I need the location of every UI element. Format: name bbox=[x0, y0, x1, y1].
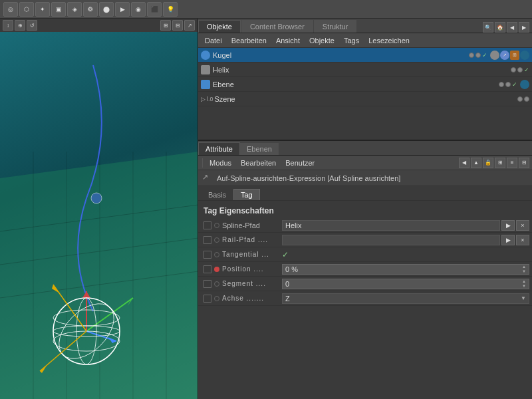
vp-icon-right2[interactable]: ⊟ bbox=[172, 20, 183, 31]
attr-lock-icon[interactable]: 🔒 bbox=[483, 158, 493, 168]
tab-struktur[interactable]: Struktur bbox=[314, 20, 357, 33]
menu-lesezeichen[interactable]: Lesezeichen bbox=[364, 35, 414, 46]
menu-datei[interactable]: Datei bbox=[201, 35, 226, 46]
attr-triangle-icon[interactable]: ▲ bbox=[471, 158, 481, 168]
tag-icon-4[interactable] bbox=[520, 51, 529, 60]
attr-bearbeiten[interactable]: Bearbeiten bbox=[237, 158, 280, 168]
helix-check: ✓ bbox=[524, 66, 529, 73]
menu-bar: Datei Bearbeiten Ansicht Objekte Tags Le… bbox=[198, 33, 532, 48]
menu-bearbeiten[interactable]: Bearbeiten bbox=[227, 35, 271, 46]
expr-header: ↗ Auf-Spline-ausrichten-Expression [Auf … bbox=[198, 170, 532, 186]
toolbar-icon-3[interactable]: ✦ bbox=[35, 2, 50, 17]
attr-snap-icon[interactable]: ⊞ bbox=[495, 158, 505, 168]
spline-pfad-btn1[interactable]: ▶ bbox=[501, 220, 515, 231]
kugel-dot2 bbox=[475, 53, 481, 58]
prop-row-rail-pfad: Rail-Pfad .... ▶ × bbox=[198, 233, 532, 247]
achse-dot bbox=[214, 296, 219, 301]
rail-pfad-label: Rail-Pfad .... bbox=[222, 236, 282, 243]
menu-objekte[interactable]: Objekte bbox=[305, 35, 338, 46]
prop-row-tangential: Tangential ... ✓ bbox=[198, 247, 532, 262]
rail-pfad-btn2[interactable]: × bbox=[516, 235, 529, 245]
menu-tags[interactable]: Tags bbox=[340, 35, 363, 46]
helix-icon bbox=[201, 65, 210, 74]
toolbar-icon-10[interactable]: ⬛ bbox=[147, 2, 162, 17]
tab-basis[interactable]: Basis bbox=[201, 189, 233, 200]
prop-row-position: Position .... 0 % ▲ ▼ bbox=[198, 262, 532, 277]
viewport-toolbar: ↕ ⊕ ↺ ⊞ ⊟ ↗ bbox=[0, 19, 198, 32]
rail-pfad-dot bbox=[214, 237, 219, 243]
spline-pfad-btn2[interactable]: × bbox=[516, 220, 529, 231]
spline-pfad-checkbox[interactable] bbox=[203, 221, 211, 229]
obj-row-ebene[interactable]: Ebene ✓ bbox=[198, 77, 532, 92]
position-dot bbox=[214, 267, 219, 272]
tag-icon-3[interactable]: ⊞ bbox=[510, 51, 519, 60]
ebene-icon bbox=[201, 80, 210, 89]
position-checkbox[interactable] bbox=[203, 265, 211, 273]
tab-content-browser[interactable]: Content Browser bbox=[241, 20, 313, 33]
home-icon[interactable]: 🏠 bbox=[495, 22, 505, 33]
kugel-name: Kugel bbox=[213, 51, 469, 59]
kugel-controls: ✓ bbox=[469, 52, 487, 59]
segment-dot bbox=[214, 281, 219, 287]
attr-benutzer[interactable]: Benutzer bbox=[281, 158, 319, 168]
tag-icon-2[interactable]: ↗ bbox=[500, 51, 509, 60]
section-title: Tag Eigenschaften bbox=[198, 205, 532, 218]
search-icon[interactable]: 🔍 bbox=[483, 22, 493, 33]
toolbar-icon-1[interactable]: ◎ bbox=[3, 2, 18, 17]
basis-tag-bar: Basis Tag bbox=[198, 186, 532, 201]
kugel-dot1 bbox=[469, 53, 474, 58]
szene-expand[interactable]: ▷ bbox=[201, 96, 205, 102]
vp-icon-move[interactable]: ↕ bbox=[3, 20, 13, 31]
ebene-tag-icon[interactable] bbox=[520, 80, 529, 89]
helix-dot2 bbox=[517, 67, 523, 72]
menu-ansicht[interactable]: Ansicht bbox=[272, 35, 304, 46]
position-value[interactable]: 0 % ▲ ▼ bbox=[282, 264, 529, 275]
attr-modus[interactable]: Modus bbox=[205, 158, 235, 168]
tab-ebenen[interactable]: Ebenen bbox=[240, 143, 279, 155]
toolbar-icon-8[interactable]: ▶ bbox=[115, 2, 130, 17]
tag-icon-1[interactable] bbox=[490, 51, 499, 60]
attr-expand-icon[interactable]: ⊟ bbox=[519, 158, 529, 168]
tab-objekte[interactable]: Objekte bbox=[198, 20, 241, 33]
toolbar-icon-2[interactable]: ⬡ bbox=[19, 2, 34, 17]
segment-checkbox[interactable] bbox=[203, 280, 211, 288]
vp-icon-reset[interactable]: ↺ bbox=[27, 20, 37, 31]
achse-checkbox[interactable] bbox=[203, 295, 211, 303]
toolbar-icon-7[interactable]: ⬤ bbox=[99, 2, 114, 17]
vp-icon-camera[interactable]: ⊕ bbox=[15, 20, 25, 31]
achse-value[interactable]: Z ▼ bbox=[282, 293, 529, 304]
toolbar-icon-5[interactable]: ◈ bbox=[67, 2, 82, 17]
achse-label: Achse ....... bbox=[222, 295, 282, 302]
expr-icon: ↗ bbox=[202, 173, 213, 184]
vp-icon-right1[interactable]: ⊞ bbox=[160, 20, 171, 31]
main-layout: ↕ ⊕ ↺ ⊞ ⊟ ↗ bbox=[0, 19, 532, 399]
position-arrows: ▲ ▼ bbox=[522, 265, 526, 274]
rail-pfad-btn1[interactable]: ▶ bbox=[501, 235, 515, 245]
obj-row-kugel[interactable]: Kugel ✓ ↗ ⊞ bbox=[198, 48, 532, 63]
tangential-dot bbox=[214, 252, 219, 257]
tangential-checkbox[interactable] bbox=[203, 251, 211, 259]
spline-pfad-value[interactable]: Helix bbox=[282, 220, 500, 231]
back-icon[interactable]: ◀ bbox=[507, 22, 517, 33]
obj-row-helix[interactable]: Helix ✓ bbox=[198, 63, 532, 77]
kugel-tags: ↗ ⊞ bbox=[490, 51, 529, 60]
attr-more-icon[interactable]: ≡ bbox=[507, 158, 517, 168]
toolbar-icon-11[interactable]: 💡 bbox=[163, 2, 178, 17]
viewport-canvas bbox=[0, 32, 198, 399]
vp-icon-right3[interactable]: ↗ bbox=[184, 20, 195, 31]
toolbar-icon-4[interactable]: ▣ bbox=[51, 2, 66, 17]
rail-pfad-value[interactable] bbox=[282, 235, 500, 245]
obj-row-szene[interactable]: ▷ l.0 Szene bbox=[198, 92, 532, 106]
toolbar-icon-9[interactable]: ◉ bbox=[131, 2, 146, 17]
forward-icon[interactable]: ▶ bbox=[519, 22, 529, 33]
szene-controls bbox=[517, 96, 529, 102]
tab-tag[interactable]: Tag bbox=[233, 189, 260, 200]
rail-pfad-checkbox[interactable] bbox=[203, 236, 211, 244]
toolbar-icon-6[interactable]: ❂ bbox=[83, 2, 98, 17]
segment-value[interactable]: 0 ▲ ▼ bbox=[282, 279, 529, 289]
attr-back-icon[interactable]: ◀ bbox=[459, 158, 469, 168]
ebene-name: Ebene bbox=[213, 80, 499, 88]
tab-attribute[interactable]: Attribute bbox=[198, 142, 240, 155]
viewport: ↕ ⊕ ↺ ⊞ ⊟ ↗ bbox=[0, 19, 198, 399]
tangential-value: ✓ bbox=[282, 250, 289, 259]
